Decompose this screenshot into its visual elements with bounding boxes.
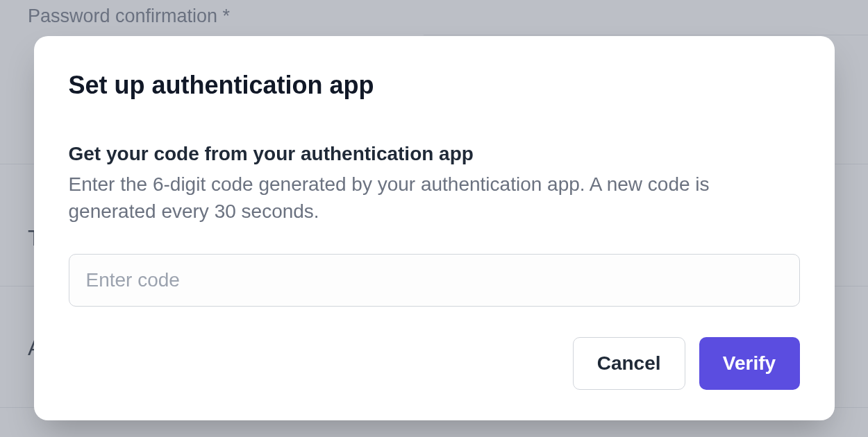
code-input[interactable]: [69, 254, 800, 307]
modal-overlay[interactable]: Set up authentication app Get your code …: [0, 0, 868, 437]
auth-setup-modal: Set up authentication app Get your code …: [34, 36, 835, 420]
modal-subtitle: Get your code from your authentication a…: [69, 143, 800, 165]
modal-title: Set up authentication app: [69, 71, 800, 100]
modal-footer: Cancel Verify: [69, 337, 800, 390]
cancel-button[interactable]: Cancel: [573, 337, 685, 390]
modal-description: Enter the 6-digit code generated by your…: [69, 171, 800, 225]
verify-button[interactable]: Verify: [699, 337, 800, 390]
